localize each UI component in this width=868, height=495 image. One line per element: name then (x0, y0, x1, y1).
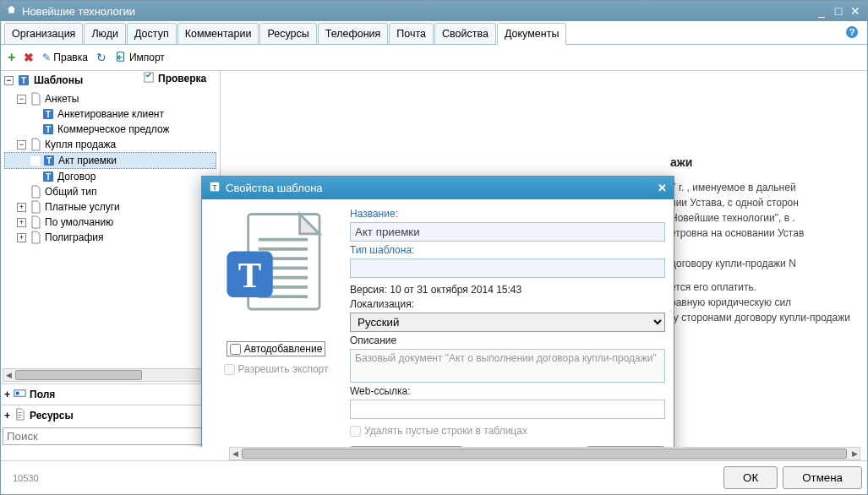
help-icon[interactable]: ? (845, 25, 859, 41)
resources-label: Ресурсы (30, 410, 74, 422)
fields-header[interactable]: + Поля (1, 383, 220, 405)
web-field[interactable] (350, 400, 665, 419)
expand-icon[interactable]: + (4, 410, 10, 422)
check-label: Проверка (158, 73, 206, 84)
check-button[interactable]: Проверка (143, 71, 206, 86)
tree-node-contract[interactable]: T Договор (4, 169, 216, 184)
home-icon (6, 4, 17, 18)
template-large-icon: T (219, 208, 333, 335)
web-label: Web-ссылка: (350, 385, 665, 397)
tree-node-common[interactable]: Общий тип (4, 184, 216, 199)
tab-comments[interactable]: Комментарии (177, 23, 259, 44)
svg-text:T: T (21, 76, 26, 85)
tree-node-acceptance[interactable]: T Акт приемки (4, 152, 216, 169)
content-hscroll[interactable]: ◀ ▶ (229, 447, 860, 460)
resources-header[interactable]: + Ресурсы (1, 405, 220, 426)
tree-node-print[interactable]: + Полиграфия (4, 230, 216, 245)
close-window-button[interactable]: ✕ (849, 4, 862, 18)
tree-node-survey-client[interactable]: T Анкетирование клиент (4, 106, 216, 122)
tree-node-surveys[interactable]: − Анкеты (4, 91, 216, 106)
tree-node-default[interactable]: + По умолчанию (4, 215, 216, 230)
doc-heading: ажи (670, 154, 857, 171)
tab-people[interactable]: Люди (84, 23, 126, 44)
delrows-checkbox: Удалять пустые строки в таблицах (350, 425, 665, 437)
import-button[interactable]: Импорт (113, 49, 167, 67)
locale-label: Локализация: (350, 298, 665, 310)
import-icon (115, 51, 127, 65)
locale-select[interactable]: Русский (350, 313, 665, 332)
dialog-title: Свойства шаблона (226, 182, 652, 194)
desc-field[interactable]: Базовый документ "Акт о выполнении догов… (350, 349, 665, 383)
allowexport-checkbox: Разрешить экспорт (224, 363, 329, 375)
template-icon: T (41, 107, 55, 121)
fields-label: Поля (30, 389, 55, 400)
tab-mail[interactable]: Почта (389, 23, 434, 44)
expand-icon[interactable]: + (4, 389, 10, 400)
expand-icon[interactable]: + (17, 218, 26, 227)
scroll-left-icon[interactable]: ◀ (230, 448, 240, 460)
templates-label: Шаблоны (34, 74, 83, 86)
name-label: Название: (350, 208, 665, 220)
doc-icon (29, 200, 42, 214)
expand-icon[interactable]: + (17, 203, 26, 212)
toolbar: + ✖ ✎ Правка ↻ Импорт (1, 45, 867, 71)
tab-resources[interactable]: Ресурсы (259, 23, 316, 44)
tab-organization[interactable]: Организация (4, 23, 83, 44)
doc-icon (29, 231, 42, 244)
bottom-bar: 10530 ОК Отмена (1, 460, 867, 494)
doc-icon (29, 92, 42, 106)
desc-label: Описание (350, 335, 665, 346)
status-text: 10530 (6, 471, 46, 485)
check-icon (143, 71, 156, 86)
template-icon: T (209, 181, 221, 195)
name-field[interactable] (350, 222, 665, 242)
refresh-button[interactable]: ↻ (95, 49, 108, 66)
svg-text:T: T (238, 256, 262, 295)
template-icon: T (42, 154, 56, 167)
search-input[interactable] (3, 427, 218, 445)
type-field[interactable] (350, 258, 665, 278)
sidebar-hscroll[interactable]: ◀ ▶ (3, 368, 218, 382)
tab-telephony[interactable]: Телефония (318, 23, 389, 44)
tree-node-sale[interactable]: − Купля продажа (4, 137, 216, 152)
edit-button[interactable]: ✎ Правка (41, 50, 90, 65)
close-button[interactable]: ✖ Закрыть (587, 446, 665, 447)
doc-icon (29, 215, 42, 229)
pencil-icon: ✎ (42, 52, 51, 63)
ok-button[interactable]: ОК (723, 466, 778, 489)
tree-node-paid[interactable]: + Платные услуги (4, 199, 216, 215)
tab-documents[interactable]: Документы (497, 23, 566, 45)
add-button[interactable]: + (6, 48, 17, 67)
resources-icon (14, 408, 26, 423)
minimize-button[interactable]: _ (815, 4, 828, 18)
template-properties-dialog: T Свойства шаблона ✕ (201, 176, 674, 447)
maximize-button[interactable]: □ (832, 4, 845, 18)
tab-access[interactable]: Доступ (127, 23, 177, 44)
collapse-icon[interactable]: − (17, 95, 26, 104)
autoadd-checkbox[interactable]: Автодобавление (227, 341, 326, 356)
scroll-thumb[interactable] (242, 449, 847, 459)
template-icon: T (41, 170, 55, 183)
version-text: Версия: 10 от 31 октября 2014 15:43 (350, 284, 665, 296)
tree-node-commercial[interactable]: T Коммерческое предлож (4, 122, 216, 137)
expand-icon[interactable]: + (17, 233, 26, 242)
doc-icon (29, 138, 42, 151)
close-dialog-button[interactable]: ✕ (658, 182, 667, 194)
cancel-button[interactable]: Отмена (783, 466, 862, 489)
edit-template-button[interactable]: ✎ Редактировать (350, 446, 463, 447)
collapse-icon[interactable]: − (17, 140, 26, 150)
svg-text:T: T (212, 183, 217, 192)
tab-properties[interactable]: Свойства (434, 23, 496, 44)
titlebar: Новейшие технологии _ □ ✕ (1, 1, 867, 21)
scroll-thumb[interactable] (15, 370, 142, 380)
collapse-icon[interactable]: − (4, 76, 14, 85)
import-label: Импорт (129, 52, 165, 63)
scroll-right-icon[interactable]: ▶ (849, 448, 860, 460)
edit-label: Правка (53, 52, 88, 63)
svg-text:T: T (46, 110, 51, 119)
scroll-left-icon[interactable]: ◀ (3, 369, 14, 381)
fields-icon (14, 387, 26, 402)
svg-rect-5 (145, 73, 153, 82)
svg-rect-15 (16, 392, 19, 395)
delete-button[interactable]: ✖ (22, 49, 35, 66)
